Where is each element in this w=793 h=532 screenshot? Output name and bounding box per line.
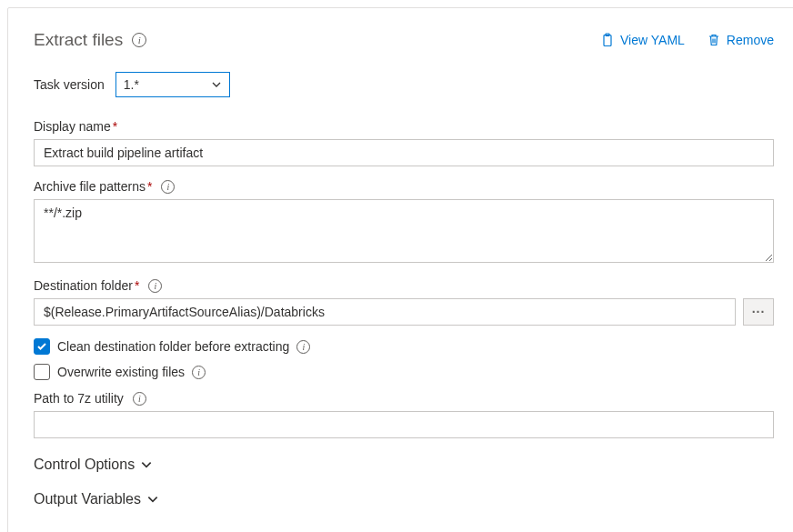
display-name-label: Display name [34, 119, 111, 134]
clean-destination-label: Clean destination folder before extracti… [57, 339, 289, 354]
path-7z-input[interactable] [34, 411, 774, 438]
output-variables-toggle[interactable]: Output Variables [34, 491, 774, 507]
header-row: Extract files i View YAML Remove [34, 30, 774, 50]
path-7z-group: Path to 7z utility i [34, 391, 774, 438]
clipboard-icon [600, 33, 615, 47]
path-7z-label: Path to 7z utility [34, 391, 124, 406]
svg-rect-0 [604, 35, 611, 46]
overwrite-row: Overwrite existing files i [34, 364, 774, 380]
clean-destination-row: Clean destination folder before extracti… [34, 338, 774, 355]
remove-button[interactable]: Remove [707, 33, 774, 47]
output-variables-label: Output Variables [34, 491, 141, 507]
info-icon[interactable]: i [148, 279, 162, 293]
overwrite-label: Overwrite existing files [57, 365, 185, 379]
remove-label: Remove [727, 33, 774, 47]
archive-patterns-label: Archive file patterns [34, 179, 146, 194]
destination-folder-label: Destination folder [34, 278, 133, 293]
destination-folder-group: Destination folder* i ··· [34, 278, 774, 326]
required-marker: * [135, 278, 139, 293]
task-version-value: 1.* [124, 77, 139, 92]
display-name-input[interactable] [34, 139, 774, 166]
destination-folder-input[interactable] [34, 298, 736, 326]
info-icon[interactable]: i [133, 392, 146, 406]
chevron-down-icon [140, 458, 153, 471]
info-icon[interactable]: i [296, 340, 310, 354]
task-version-row: Task version 1.* [34, 72, 774, 97]
check-icon [36, 341, 47, 352]
chevron-down-icon [146, 493, 159, 506]
overwrite-checkbox[interactable] [34, 364, 50, 380]
archive-patterns-input[interactable] [34, 199, 774, 263]
task-version-label: Task version [34, 77, 105, 92]
archive-patterns-group: Archive file patterns* i [34, 179, 774, 266]
control-options-label: Control Options [34, 457, 135, 473]
required-marker: * [113, 119, 117, 134]
clean-destination-checkbox[interactable] [34, 338, 50, 355]
browse-button[interactable]: ··· [743, 298, 774, 326]
page-title: Extract files [34, 30, 123, 50]
control-options-toggle[interactable]: Control Options [34, 457, 774, 473]
view-yaml-button[interactable]: View YAML [600, 33, 685, 47]
chevron-down-icon [211, 79, 222, 90]
task-version-select[interactable]: 1.* [115, 72, 230, 97]
header-actions: View YAML Remove [600, 33, 774, 47]
display-name-group: Display name* [34, 119, 774, 166]
task-config-panel: Extract files i View YAML Remove Task ve… [7, 7, 793, 532]
title-group: Extract files i [34, 30, 146, 50]
required-marker: * [147, 179, 152, 194]
view-yaml-label: View YAML [620, 33, 685, 47]
info-icon[interactable]: i [161, 180, 175, 194]
info-icon[interactable]: i [192, 366, 206, 379]
info-icon[interactable]: i [132, 33, 146, 47]
trash-icon [707, 33, 721, 47]
